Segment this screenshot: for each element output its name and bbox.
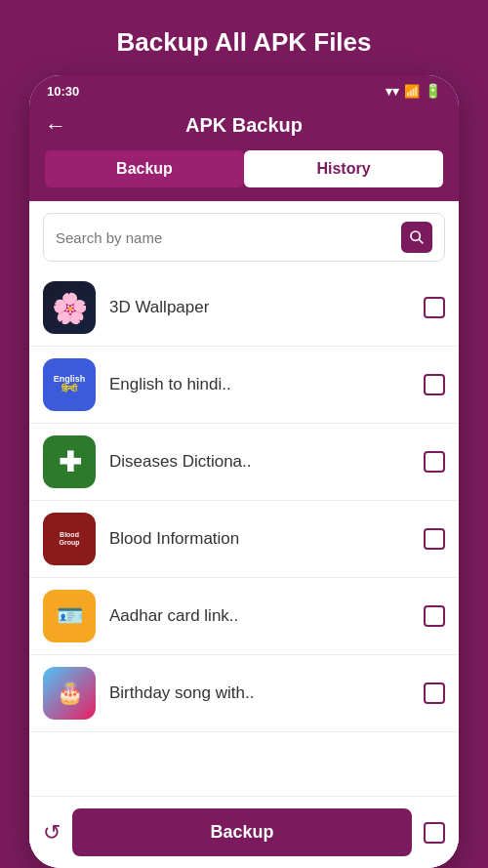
app-icon-birthday: 🎂 [43, 667, 96, 720]
app-checkbox[interactable] [424, 451, 445, 473]
signal-icon: 📶 [404, 84, 420, 99]
select-all-checkbox[interactable] [424, 822, 445, 844]
app-name: English to hindi.. [109, 375, 410, 394]
tabs-container: Backup History [29, 150, 459, 201]
phone-frame: 10:30 ▾▾ 📶 🔋 ← APK Backup Backup History [29, 75, 459, 868]
battery-icon: 🔋 [425, 83, 441, 99]
app-name: Blood Information [109, 529, 410, 549]
app-name: Aadhar card link.. [109, 606, 410, 626]
list-item: 🪪 Aadhar card link.. [29, 578, 459, 655]
wifi-icon: ▾▾ [386, 84, 399, 99]
tab-backup[interactable]: Backup [45, 150, 244, 187]
app-name: Birthday song with.. [109, 683, 410, 703]
list-item: 🌸 3D Wallpaper [29, 269, 459, 347]
app-bar-title: APK Backup [185, 114, 303, 137]
app-icon-aadhar: 🪪 [43, 590, 96, 642]
bottom-bar: ↺ Backup [29, 796, 459, 868]
list-item: English हिन्दी English to hindi.. [29, 347, 459, 424]
wallpaper-icon-image: 🌸 [52, 291, 88, 325]
app-checkbox[interactable] [424, 374, 445, 395]
app-icon-diseases: ✚ [43, 435, 96, 488]
list-item: 🎂 Birthday song with.. [29, 655, 459, 732]
app-list: 🌸 3D Wallpaper English हिन्दी English to… [29, 269, 459, 796]
status-bar: 10:30 ▾▾ 📶 🔋 [29, 75, 459, 104]
app-checkbox[interactable] [424, 605, 445, 627]
back-button[interactable]: ← [45, 113, 66, 139]
page-title-container: Backup All APK Files [97, 0, 390, 75]
search-icon [409, 229, 425, 245]
app-icon-3d-wallpaper: 🌸 [43, 281, 96, 334]
diseases-icon-cross: ✚ [59, 446, 81, 478]
status-icons: ▾▾ 📶 🔋 [386, 83, 441, 99]
app-checkbox[interactable] [424, 528, 445, 550]
app-icon-blood: BloodGroup [43, 513, 96, 565]
search-button[interactable] [401, 222, 432, 253]
time: 10:30 [47, 84, 79, 99]
list-item: ✚ Diseases Dictiona.. [29, 424, 459, 501]
app-checkbox[interactable] [424, 297, 445, 318]
list-item: BloodGroup Blood Information [29, 501, 459, 578]
backup-button[interactable]: Backup [72, 808, 412, 856]
search-input[interactable] [56, 229, 393, 246]
content-area: 🌸 3D Wallpaper English हिन्दी English to… [29, 201, 459, 868]
app-checkbox[interactable] [424, 682, 445, 704]
search-bar [43, 213, 445, 262]
aadhar-icon-image: 🪪 [57, 603, 83, 629]
app-name: 3D Wallpaper [109, 298, 410, 317]
birthday-icon-image: 🎂 [57, 681, 83, 706]
app-icon-english-hindi: English हिन्दी [43, 358, 96, 411]
tab-history[interactable]: History [244, 150, 443, 187]
page-title: Backup All APK Files [97, 0, 390, 75]
english-hindi-icon-text: English हिन्दी [54, 375, 86, 395]
svg-line-1 [419, 239, 423, 243]
app-name: Diseases Dictiona.. [109, 452, 410, 472]
refresh-icon[interactable]: ↺ [43, 820, 61, 846]
app-bar: ← APK Backup [29, 104, 459, 150]
blood-icon-text: BloodGroup [60, 531, 80, 548]
